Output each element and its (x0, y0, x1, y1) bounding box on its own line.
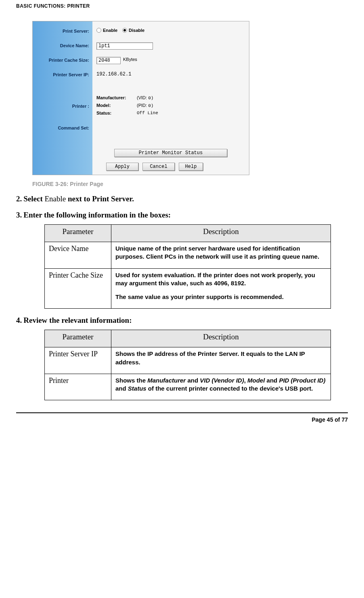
label-cache-size: Printer Cache Size: (36, 58, 89, 72)
help-button[interactable]: Help (179, 163, 203, 171)
table-row: Printer Server IP Shows the IP address o… (45, 347, 331, 374)
label-print-server: Print Server: (36, 29, 89, 43)
desc-server-ip: Shows the IP address of the Printer Serv… (111, 347, 331, 374)
manufacturer-label: Manufacturer: (96, 95, 137, 100)
desc-cache-size: Used for system evaluation. If the print… (111, 268, 331, 309)
radio-disable[interactable] (122, 28, 127, 33)
param-device-name: Device Name (45, 242, 111, 269)
desc-device-name: Unique name of the print server hardware… (111, 242, 331, 269)
label-server-ip: Printer Server IP: (36, 72, 89, 87)
th-description: Description (111, 330, 331, 347)
status-value: Off Line (137, 111, 158, 115)
table-row: Printer Cache Size Used for system evalu… (45, 268, 331, 309)
pid-value: 0) (148, 103, 153, 108)
cache-size-input[interactable] (96, 57, 121, 64)
parameter-table-1: Parameter Description Device Name Unique… (44, 224, 331, 309)
th-parameter: Parameter (45, 225, 111, 242)
step-2-text-a: Select (23, 194, 44, 203)
param-cache-size: Printer Cache Size (45, 268, 111, 309)
disable-label: Disable (129, 28, 144, 33)
cancel-button[interactable]: Cancel (142, 163, 175, 171)
cache-unit: KBytes (123, 57, 137, 62)
desc-cache-p1: Used for system evaluation. If the print… (115, 271, 326, 288)
step-2-text-b: next to Print Server. (68, 194, 134, 203)
step-2-text-enable: Enable (44, 194, 68, 203)
param-server-ip: Printer Server IP (45, 347, 111, 374)
label-device-name: Device Name: (36, 43, 89, 58)
radio-enable[interactable] (96, 28, 101, 33)
param-printer: Printer (45, 374, 111, 400)
desc-cache-p2: The same value as your printer supports … (115, 293, 326, 301)
vid-value: 0) (148, 96, 153, 100)
step-4-text: Review the relevant information: (23, 316, 132, 324)
figure-caption: FIGURE 3-26: Printer Page (32, 181, 348, 187)
table-row: Device Name Unique name of the print ser… (45, 242, 331, 269)
router-config-panel: Print Server: Device Name: Printer Cache… (32, 21, 249, 175)
device-name-input[interactable] (96, 42, 153, 50)
th-description: Description (111, 225, 331, 242)
apply-button[interactable]: Apply (106, 163, 138, 171)
vid-label: (VID: (137, 95, 147, 100)
server-ip-value: 192.168.62.1 (96, 71, 131, 77)
page-footer: Page 45 of 77 (16, 412, 348, 423)
desc-printer: Shows the Manufacturer and VID (Vendor I… (111, 374, 331, 400)
step-2-number: 2. (16, 194, 22, 203)
model-label: Model: (96, 103, 137, 108)
th-parameter: Parameter (45, 330, 111, 347)
step-3-number: 3. (16, 211, 22, 219)
printer-monitor-button[interactable]: Printer Monitor Status (114, 149, 227, 157)
pid-label: (PID: (137, 103, 147, 108)
step-3-text: Enter the following information in the b… (23, 211, 171, 219)
enable-label: Enable (103, 28, 117, 33)
step-4-number: 4. (16, 316, 22, 324)
parameter-table-2: Parameter Description Printer Server IP … (44, 330, 331, 400)
table-row: Printer Shows the Manufacturer and VID (… (45, 374, 331, 400)
section-header: BASIC FUNCTIONS: PRINTER (16, 0, 348, 21)
label-printer: Printer : (36, 87, 89, 125)
status-label: Status: (96, 111, 137, 115)
